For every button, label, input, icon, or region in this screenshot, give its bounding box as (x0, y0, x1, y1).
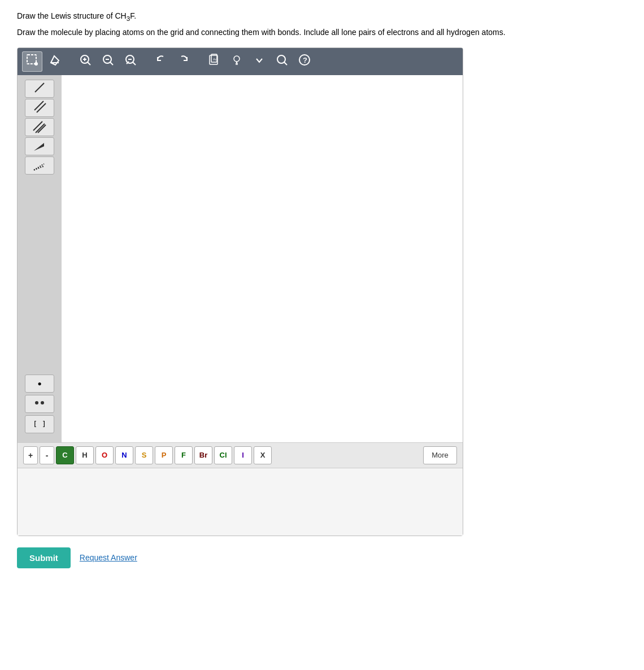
svg-point-22 (277, 55, 285, 63)
dash-bond-button[interactable] (25, 156, 54, 175)
molecule-editor: An (17, 47, 463, 536)
bracket-icon: [ ] (33, 420, 46, 428)
chevron-down-icon (253, 54, 266, 69)
atom-p-button[interactable]: P (155, 446, 173, 464)
zoom-out-button[interactable] (120, 51, 141, 72)
svg-line-30 (36, 124, 45, 133)
instructions: Draw the molecule by placing atoms on th… (17, 27, 627, 38)
triple-bond-icon (32, 118, 47, 136)
search-button[interactable] (272, 51, 292, 72)
zoom-actual-icon (102, 54, 114, 69)
lone-pair-icon (32, 396, 47, 411)
wedge-bond-icon (32, 137, 47, 155)
atom-c-button[interactable]: C (56, 446, 74, 464)
svg-line-7 (88, 62, 90, 65)
triple-bond-button[interactable] (25, 118, 54, 136)
bulb-icon (230, 54, 243, 69)
redo-button[interactable] (173, 51, 194, 72)
lone-pair-button[interactable] (25, 395, 54, 413)
svg-line-13 (133, 62, 136, 65)
electron-tools: ● [ ] (25, 375, 54, 433)
drawing-canvas[interactable] (62, 75, 463, 442)
footer-area (18, 468, 463, 536)
atom-i-button[interactable]: I (234, 446, 252, 464)
svg-point-36 (41, 401, 44, 404)
select-icon (26, 54, 38, 69)
svg-text:?: ? (303, 56, 307, 64)
single-electron-button[interactable]: ● (25, 375, 54, 393)
eraser-button[interactable] (45, 51, 65, 72)
help-icon: ? (298, 54, 311, 69)
svg-line-27 (34, 101, 43, 110)
svg-line-23 (284, 62, 287, 65)
top-toolbar: An (18, 48, 463, 75)
charge-plus-button[interactable]: + (23, 446, 38, 464)
single-bond-icon (32, 80, 47, 97)
undo-button[interactable] (151, 51, 171, 72)
search-icon (276, 54, 288, 69)
zoom-out-icon (124, 54, 137, 69)
svg-point-1 (34, 62, 38, 66)
expand-button[interactable] (249, 51, 269, 72)
atom-o-button[interactable]: O (95, 446, 114, 464)
redo-icon (177, 54, 190, 69)
double-bond-button[interactable] (25, 99, 54, 117)
svg-point-18 (234, 56, 240, 62)
svg-line-10 (110, 62, 113, 65)
atom-n-button[interactable]: N (115, 446, 133, 464)
single-bond-button[interactable] (25, 80, 54, 98)
drawing-area: ● [ ] (18, 75, 463, 442)
more-button[interactable]: More (423, 446, 457, 464)
eraser-icon (49, 54, 61, 69)
request-answer-button[interactable]: Request Answer (80, 553, 137, 562)
zoom-in-icon (79, 54, 92, 69)
left-toolbar: ● [ ] (18, 75, 62, 442)
atom-br-button[interactable]: Br (194, 446, 212, 464)
bracket-button[interactable]: [ ] (25, 415, 54, 433)
single-electron-icon: ● (37, 380, 41, 388)
atom-toolbar: + - C H O N S P F Br Cl I X More (18, 442, 463, 468)
question-title: Draw the Lewis structure of CH3F. (17, 11, 627, 22)
svg-marker-32 (34, 143, 44, 151)
atom-x-button[interactable]: X (254, 446, 272, 464)
atom-h-button[interactable]: H (76, 446, 94, 464)
svg-line-26 (35, 83, 44, 92)
svg-text:An: An (213, 58, 217, 61)
zoom-actual-button[interactable] (98, 51, 118, 72)
svg-marker-2 (51, 56, 59, 65)
svg-point-35 (35, 401, 38, 404)
svg-line-28 (37, 103, 46, 112)
wedge-bond-button[interactable] (25, 137, 54, 155)
info-button[interactable] (227, 51, 247, 72)
undo-icon (155, 54, 167, 69)
help-button[interactable]: ? (294, 51, 315, 72)
submit-button[interactable]: Submit (17, 547, 71, 568)
atom-f-button[interactable]: F (175, 446, 193, 464)
svg-line-34 (34, 166, 44, 170)
svg-rect-0 (27, 55, 36, 64)
zoom-in-button[interactable] (75, 51, 95, 72)
select-tool-button[interactable] (22, 51, 42, 72)
atom-s-button[interactable]: S (135, 446, 153, 464)
action-row: Submit Request Answer (17, 547, 627, 568)
dash-bond-icon (32, 156, 47, 174)
atom-cl-button[interactable]: Cl (214, 446, 232, 464)
template-button[interactable]: An (204, 51, 224, 72)
template-icon: An (208, 54, 220, 69)
double-bond-icon (32, 99, 47, 116)
charge-minus-button[interactable]: - (40, 446, 54, 464)
